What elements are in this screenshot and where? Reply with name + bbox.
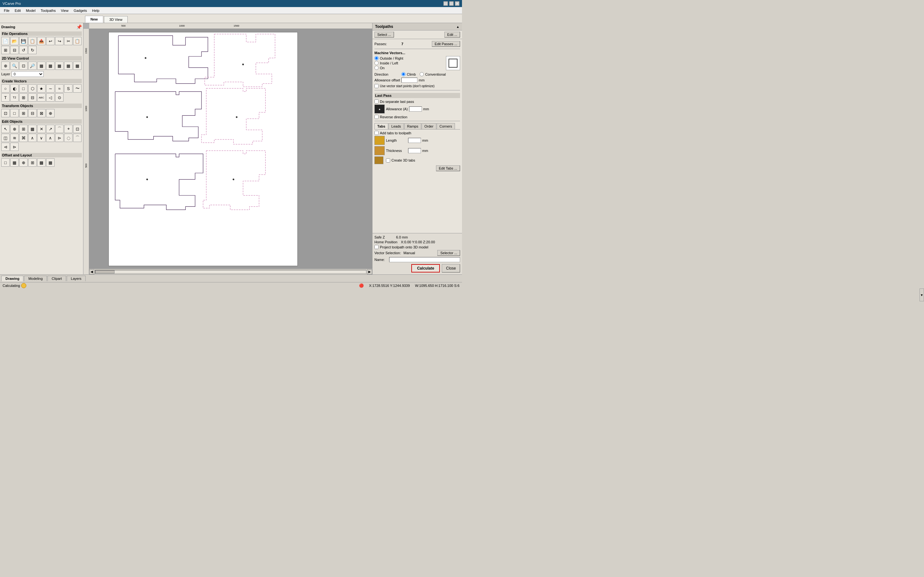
canvas-content[interactable] [89, 29, 372, 269]
mv-option-inside[interactable]: Inside / Left [375, 61, 403, 65]
explode-tool[interactable]: ⊳ [10, 143, 19, 151]
h-scrollbar-track[interactable] [95, 270, 367, 274]
bottom-tab-clipart[interactable]: Clipart [47, 276, 66, 281]
create-3d-tabs-check[interactable] [386, 158, 390, 163]
dir-conventional[interactable]: Conventional [420, 72, 446, 76]
dir-climb[interactable]: Climb [401, 72, 416, 76]
distrib-tool[interactable]: ▦ [46, 158, 55, 167]
calculate-btn[interactable]: Calculate [411, 264, 440, 272]
menu-file[interactable]: File [1, 8, 12, 13]
zoom-box-btn[interactable]: ⊡ [19, 61, 27, 70]
thickness-input[interactable]: 2.5 [408, 148, 421, 153]
edit-passes-btn[interactable]: Edit Passes ... [432, 41, 460, 47]
close-window-btn[interactable]: ✕ [455, 1, 459, 6]
arrow-tool[interactable]: ◁ [46, 93, 55, 102]
zoom-out-btn[interactable]: 🔎 [28, 61, 37, 70]
reverse-tool[interactable]: ⊲ [1, 143, 10, 151]
bool-xor[interactable]: ⌘ [19, 134, 27, 142]
menu-model[interactable]: Model [23, 8, 38, 13]
selector-btn[interactable]: Selector ... [437, 250, 460, 256]
select-btn[interactable]: Select ... [375, 32, 394, 37]
snap-btn[interactable]: ⊞ [1, 46, 10, 54]
copy-btn[interactable]: 📋 [73, 37, 81, 45]
cut-btn[interactable]: ✂ [64, 37, 73, 45]
view-grid-btn[interactable]: ▦ [46, 61, 55, 70]
panel-pin-icon[interactable]: 📌 [76, 24, 82, 29]
bezier-tool[interactable]: ∼ [46, 84, 55, 93]
bool-sub[interactable]: ◫ [1, 134, 10, 142]
menu-edit[interactable]: Edit [12, 8, 23, 13]
sub-tab-corners[interactable]: Corners [437, 123, 455, 129]
snap2-btn[interactable]: ⊟ [10, 46, 19, 54]
text-tool[interactable]: T [1, 93, 10, 102]
spiral-tool[interactable]: S [64, 84, 73, 93]
trim-tool[interactable]: ↗ [46, 125, 55, 133]
zoom-extents-btn[interactable]: ⊕ [1, 61, 10, 70]
length-input[interactable]: 5.0 [408, 138, 421, 143]
tab-3d-view[interactable]: 3D View [104, 16, 128, 23]
do-separate-check[interactable] [375, 99, 379, 103]
join-tool[interactable]: ⊞ [19, 125, 27, 133]
step-repeat-tool[interactable]: ▦ [10, 158, 19, 167]
layer-select[interactable]: 0 [11, 71, 44, 77]
fit-curve-tool[interactable]: ◌ [64, 134, 73, 142]
save-btn[interactable]: 💾 [19, 37, 27, 45]
view-ruler-btn[interactable]: ▦ [64, 61, 73, 70]
bottom-tab-modeling[interactable]: Modeling [24, 276, 47, 281]
view-snap-btn[interactable]: ▦ [55, 61, 63, 70]
polygon-tool[interactable]: ⬡ [28, 84, 37, 93]
scroll-right-btn[interactable]: ▶ [367, 269, 372, 274]
view-fullscreen-btn[interactable]: ▦ [73, 61, 81, 70]
bool-inter[interactable]: ≋ [10, 134, 19, 142]
tile-tool[interactable]: ▩ [37, 158, 45, 167]
distort-tool[interactable]: ⊕ [46, 109, 55, 117]
rect-tool[interactable]: □ [19, 84, 27, 93]
abc-tool[interactable]: ABC [37, 93, 45, 102]
minimize-btn[interactable]: — [443, 1, 448, 6]
table-tool[interactable]: ⊟ [28, 93, 37, 102]
inset-tool[interactable]: ⌖ [64, 125, 73, 133]
close-btn[interactable]: Close [442, 264, 460, 272]
h-scrollbar-thumb[interactable] [95, 270, 115, 274]
reverse-direction-check[interactable] [375, 115, 379, 119]
wave-tool[interactable]: 〜 [73, 84, 81, 93]
extend-tool[interactable]: ⊳ [55, 134, 63, 142]
allowance-a-input[interactable]: 0.0 [409, 106, 422, 111]
chamfer-tool[interactable]: ∨ [37, 134, 45, 142]
rotate-tool[interactable]: ⊞ [19, 109, 27, 117]
redo-btn[interactable]: ↪ [55, 37, 63, 45]
open-file-btn[interactable]: 📂 [10, 37, 19, 45]
group-tool[interactable]: ▦ [28, 125, 37, 133]
undo2-btn[interactable]: ↺ [19, 46, 27, 54]
bottom-tab-layers[interactable]: Layers [67, 276, 86, 281]
menu-toolpaths[interactable]: Toolpaths [38, 8, 58, 13]
ungroup-tool[interactable]: ✕ [37, 125, 45, 133]
sub-tab-tabs[interactable]: Tabs [375, 123, 388, 129]
sub-tab-ramps[interactable]: Ramps [404, 123, 421, 129]
smooth-tool[interactable]: ⌒ [73, 134, 81, 142]
canvas-area[interactable]: 500 1000 1500 1500 1000 500 [83, 23, 372, 274]
import-btn[interactable]: 📤 [37, 37, 45, 45]
dog-bone-tool[interactable]: ∧ [46, 134, 55, 142]
edit-tabs-btn[interactable]: Edit Tabs ... [436, 165, 460, 171]
point-tool[interactable]: ⊙ [55, 93, 63, 102]
scale-tool[interactable]: □ [10, 109, 19, 117]
maximize-btn[interactable]: □ [449, 1, 454, 6]
fillet-tool[interactable]: ∧ [28, 134, 37, 142]
mv-option-on[interactable]: On [375, 66, 403, 70]
add-tabs-check[interactable] [375, 131, 379, 135]
scroll-left-btn[interactable]: ◀ [89, 269, 94, 274]
circle-tool[interactable]: ○ [1, 84, 10, 93]
menu-help[interactable]: Help [89, 8, 102, 13]
bottom-tab-drawing[interactable]: Drawing [1, 276, 23, 282]
undo-btn[interactable]: ↩ [46, 37, 55, 45]
spline-tool[interactable]: ≈ [55, 84, 63, 93]
layout-tool[interactable]: ⊞ [28, 158, 37, 167]
bool-union[interactable]: ⊡ [73, 125, 81, 133]
h-scrollbar[interactable]: ◀ ▶ [89, 269, 372, 274]
menu-view[interactable]: View [58, 8, 71, 13]
star-tool[interactable]: ★ [37, 84, 45, 93]
select-tool[interactable]: ↖ [1, 125, 10, 133]
array-tool[interactable]: ⊕ [19, 158, 27, 167]
project-toolpath-check[interactable] [375, 245, 379, 249]
